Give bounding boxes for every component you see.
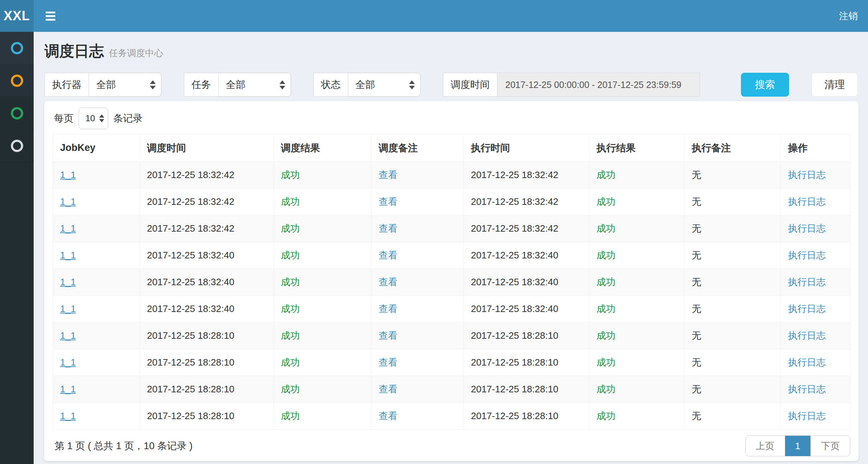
jobkey-link[interactable]: 1_1 — [60, 330, 76, 341]
pagination-summary: 第 1 页 ( 总共 1 页，10 条记录 ) — [52, 439, 193, 452]
handle-result-text: 成功 — [597, 277, 615, 287]
execution-log-link[interactable]: 执行日志 — [788, 303, 826, 314]
trigger-time-filter-label: 调度时间 — [443, 73, 497, 97]
pagination: 上页 1 下页 — [745, 435, 850, 456]
status-select[interactable]: 全部 — [348, 73, 421, 97]
status-filter-label: 状态 — [313, 73, 348, 97]
execution-log-link[interactable]: 执行日志 — [788, 330, 826, 341]
jobkey-link[interactable]: 1_1 — [60, 169, 76, 180]
jobkey-link[interactable]: 1_1 — [60, 250, 76, 261]
handle-result-text: 成功 — [597, 384, 615, 395]
trigger-msg-link[interactable]: 查看 — [379, 277, 397, 287]
handle-time-cell: 2017-12-25 18:28:10 — [464, 349, 589, 376]
page-subtitle: 任务调度中心 — [109, 47, 163, 59]
sidebar-item-2[interactable] — [0, 64, 34, 97]
col-header-handle-time: 执行时间 — [464, 134, 589, 162]
handle-time-cell: 2017-12-25 18:32:40 — [464, 269, 589, 296]
logout-link[interactable]: 注销 — [834, 0, 863, 32]
handle-result-text: 成功 — [597, 410, 615, 421]
execution-log-link[interactable]: 执行日志 — [788, 357, 826, 368]
sidebar-item-4[interactable] — [0, 130, 34, 162]
job-filter-group: 任务 全部 — [184, 73, 291, 97]
trigger-msg-link[interactable]: 查看 — [379, 410, 397, 421]
handle-msg-cell: 无 — [684, 242, 781, 269]
trigger-time-cell: 2017-12-25 18:32:40 — [140, 296, 274, 322]
select-stepper-icon — [279, 80, 285, 89]
trigger-time-cell: 2017-12-25 18:32:40 — [140, 242, 274, 269]
execution-log-link[interactable]: 执行日志 — [788, 196, 826, 207]
jobkey-link[interactable]: 1_1 — [60, 303, 76, 314]
trigger-msg-link[interactable]: 查看 — [379, 357, 397, 368]
trigger-time-cell: 2017-12-25 18:28:10 — [140, 322, 274, 349]
trigger-result-text: 成功 — [281, 357, 300, 368]
per-page-select-value: 10 — [85, 113, 95, 123]
sidebar-item-1[interactable] — [0, 32, 34, 64]
circle-o-icon — [11, 42, 23, 54]
handle-result-text: 成功 — [597, 250, 615, 261]
trigger-result-text: 成功 — [281, 196, 300, 207]
jobkey-link[interactable]: 1_1 — [60, 196, 76, 207]
handle-time-cell: 2017-12-25 18:32:42 — [464, 189, 589, 215]
handle-time-cell: 2017-12-25 18:32:42 — [464, 162, 589, 189]
handle-msg-cell: 无 — [684, 189, 781, 215]
search-button[interactable]: 搜索 — [741, 73, 789, 97]
trigger-result-text: 成功 — [281, 410, 300, 421]
execution-log-link[interactable]: 执行日志 — [788, 169, 826, 180]
trigger-msg-link[interactable]: 查看 — [379, 330, 397, 341]
handle-msg-cell: 无 — [684, 349, 781, 376]
col-header-jobkey: JobKey — [53, 134, 140, 162]
log-table-body: 1_1 2017-12-25 18:32:42 成功 查看 2017-12-25… — [53, 162, 851, 430]
sidebar-toggle-button[interactable] — [34, 0, 67, 32]
prev-page-button[interactable]: 上页 — [746, 436, 785, 456]
trigger-time-cell: 2017-12-25 18:32:42 — [140, 189, 274, 215]
job-select-value: 全部 — [226, 78, 245, 91]
status-filter-group: 状态 全部 — [313, 73, 421, 97]
execution-log-link[interactable]: 执行日志 — [788, 410, 826, 421]
jobkey-link[interactable]: 1_1 — [60, 223, 76, 234]
executor-filter-label: 执行器 — [45, 73, 89, 97]
handle-time-cell: 2017-12-25 18:28:10 — [464, 376, 589, 403]
handle-result-text: 成功 — [597, 357, 615, 368]
circle-o-icon — [11, 107, 23, 119]
trigger-msg-link[interactable]: 查看 — [379, 196, 397, 207]
trigger-msg-link[interactable]: 查看 — [379, 384, 397, 395]
job-filter-label: 任务 — [184, 73, 219, 97]
per-page-suffix-label: 条记录 — [113, 112, 143, 125]
per-page-select[interactable]: 10 — [79, 107, 108, 129]
jobkey-link[interactable]: 1_1 — [60, 277, 76, 287]
table-row: 1_1 2017-12-25 18:32:40 成功 查看 2017-12-25… — [53, 296, 851, 322]
clear-log-button[interactable]: 清理 — [812, 73, 858, 97]
col-header-handle-msg: 执行备注 — [684, 134, 781, 162]
trigger-time-cell: 2017-12-25 18:32:42 — [140, 162, 274, 189]
handle-time-cell: 2017-12-25 18:32:42 — [464, 215, 589, 242]
jobkey-link[interactable]: 1_1 — [60, 357, 76, 368]
current-page-button[interactable]: 1 — [785, 436, 810, 456]
jobkey-link[interactable]: 1_1 — [60, 410, 76, 421]
execution-log-link[interactable]: 执行日志 — [788, 223, 826, 234]
execution-log-link[interactable]: 执行日志 — [788, 384, 826, 395]
trigger-msg-link[interactable]: 查看 — [379, 303, 397, 314]
next-page-button[interactable]: 下页 — [810, 436, 850, 456]
executor-select-value: 全部 — [96, 78, 116, 91]
executor-select[interactable]: 全部 — [89, 73, 161, 97]
log-panel: 每页 10 条记录 JobKey 调度时间 调度结果 调度备注 执行时间 执行结… — [44, 101, 859, 461]
handle-result-text: 成功 — [597, 169, 615, 180]
table-row: 1_1 2017-12-25 18:32:42 成功 查看 2017-12-25… — [53, 162, 851, 189]
table-row: 1_1 2017-12-25 18:32:42 成功 查看 2017-12-25… — [53, 189, 851, 215]
execution-log-link[interactable]: 执行日志 — [788, 277, 826, 287]
trigger-msg-link[interactable]: 查看 — [379, 223, 397, 234]
job-select[interactable]: 全部 — [219, 73, 291, 97]
trigger-result-text: 成功 — [281, 169, 300, 180]
sidebar-item-3[interactable] — [0, 97, 34, 130]
col-header-trigger-time: 调度时间 — [140, 134, 274, 162]
trigger-time-filter-group: 调度时间 — [443, 73, 700, 97]
trigger-time-cell: 2017-12-25 18:28:10 — [140, 376, 274, 403]
trigger-msg-link[interactable]: 查看 — [379, 169, 397, 180]
jobkey-link[interactable]: 1_1 — [60, 384, 76, 395]
trigger-msg-link[interactable]: 查看 — [379, 250, 397, 261]
execution-log-link[interactable]: 执行日志 — [788, 250, 826, 261]
trigger-time-range-input[interactable] — [497, 73, 700, 97]
col-header-trigger-msg: 调度备注 — [371, 134, 464, 162]
trigger-time-cell: 2017-12-25 18:32:40 — [140, 269, 274, 296]
dispatch-log-table: JobKey 调度时间 调度结果 调度备注 执行时间 执行结果 执行备注 操作 … — [52, 134, 851, 430]
